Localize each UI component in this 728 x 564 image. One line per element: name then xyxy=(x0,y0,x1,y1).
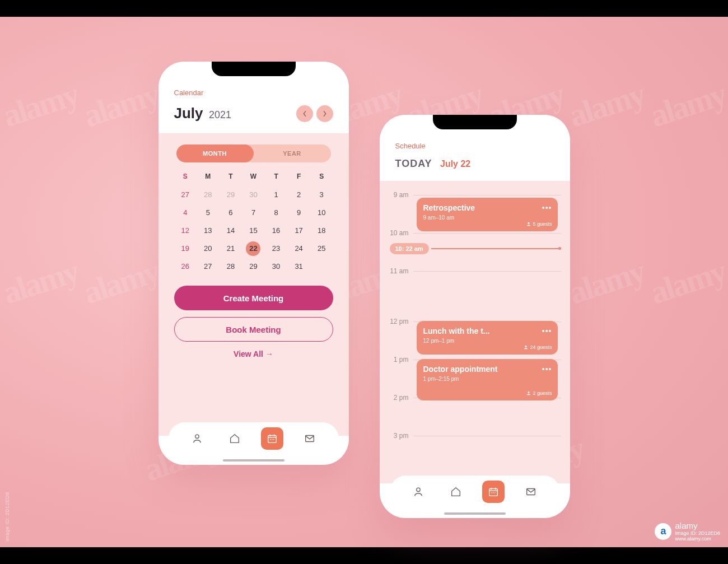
dow-cell: T xyxy=(220,173,242,186)
calendar-day[interactable]: 17 xyxy=(287,222,310,240)
hour-label: 3 pm xyxy=(385,432,413,440)
event-more-icon[interactable]: ••• xyxy=(542,365,552,374)
nav-calendar[interactable] xyxy=(482,481,505,503)
next-month-button[interactable] xyxy=(316,105,333,122)
home-indicator xyxy=(223,459,284,462)
timeline: 9 am10 am11 am12 pm1 pm2 pm3 pm10: 22 am… xyxy=(385,191,561,483)
calendar-day[interactable]: 29 xyxy=(242,258,265,276)
calendar-day[interactable]: 29 xyxy=(220,186,242,204)
view-toggle: MONTH YEAR xyxy=(176,145,331,162)
calendar-row: 45678910 xyxy=(174,204,333,222)
hour-label: 2 pm xyxy=(385,394,413,402)
calendar-day[interactable]: 19 xyxy=(174,240,197,258)
view-all-link[interactable]: View All xyxy=(171,349,337,358)
user-icon xyxy=(412,486,424,498)
guests-icon xyxy=(526,222,531,226)
calendar-day[interactable]: 13 xyxy=(197,222,220,240)
svg-point-7 xyxy=(273,439,274,440)
dow-cell: S xyxy=(310,173,333,186)
nav-calendar[interactable] xyxy=(261,427,283,450)
calendar-day[interactable]: 16 xyxy=(265,222,288,240)
calendar-day[interactable]: 18 xyxy=(310,222,333,240)
calendar-day[interactable]: 28 xyxy=(220,258,242,276)
svg-point-9 xyxy=(528,222,530,224)
book-meeting-button[interactable]: Book Meeting xyxy=(174,317,333,342)
svg-point-11 xyxy=(528,391,530,393)
calendar-day[interactable]: 4 xyxy=(174,204,197,222)
calendar-day[interactable]: 30 xyxy=(265,258,288,276)
alamy-icon: a xyxy=(655,523,671,540)
event-guests: 24 guests xyxy=(524,344,552,350)
hour-label: 1 pm xyxy=(385,356,413,363)
now-line xyxy=(431,248,561,249)
calendar-day[interactable]: 31 xyxy=(287,258,310,276)
phone-schedule: Schedule TODAY July 22 9 am10 am11 am12 … xyxy=(380,115,570,518)
calendar-day[interactable]: 25 xyxy=(310,240,333,258)
event-more-icon[interactable]: ••• xyxy=(542,203,552,212)
nav-home[interactable] xyxy=(223,427,246,450)
event-title: Doctor appointment xyxy=(423,365,551,374)
nav-home[interactable] xyxy=(445,481,467,503)
calendar-day[interactable]: 1 xyxy=(265,186,288,204)
event-card[interactable]: Lunch with the t... 12 pm–1 pm ••• 24 gu… xyxy=(417,321,558,355)
hour-label: 11 am xyxy=(385,267,413,275)
calendar-day[interactable]: 21 xyxy=(220,240,242,258)
calendar-icon xyxy=(266,432,278,445)
toggle-month[interactable]: MONTH xyxy=(176,145,254,162)
nav-profile[interactable] xyxy=(407,481,430,503)
svg-rect-1 xyxy=(268,436,277,443)
calendar-day[interactable]: 28 xyxy=(197,186,220,204)
calendar-icon xyxy=(487,486,500,498)
calendar-day[interactable]: 30 xyxy=(242,186,265,204)
event-guests: 5 guests xyxy=(526,221,552,227)
event-time: 9 am–10 am xyxy=(423,215,551,221)
bottom-nav xyxy=(169,422,339,455)
hour-line xyxy=(413,195,561,195)
calendar-row: 12131415161718 xyxy=(174,222,333,240)
svg-rect-8 xyxy=(306,436,314,442)
calendar-day[interactable]: 27 xyxy=(197,258,220,276)
event-card[interactable]: Doctor appointment 1 pm–2:15 pm ••• 2 gu… xyxy=(417,359,558,400)
calendar-day[interactable]: 5 xyxy=(197,204,220,222)
calendar-day[interactable]: 24 xyxy=(287,240,310,258)
calendar-body: MONTH YEAR SMTWTFS 272829301234567891012… xyxy=(158,133,349,436)
mail-icon xyxy=(525,486,537,498)
event-guests: 2 guests xyxy=(526,390,552,396)
calendar-day[interactable]: 22 xyxy=(242,240,265,258)
nav-mail[interactable] xyxy=(520,481,542,503)
calendar-day[interactable]: 7 xyxy=(242,204,265,222)
calendar-day[interactable]: 20 xyxy=(197,240,220,258)
svg-rect-13 xyxy=(489,489,498,496)
event-time: 12 pm–1 pm xyxy=(423,338,551,344)
calendar-row: 27282930123 xyxy=(174,186,333,204)
event-card[interactable]: Retrospective 9 am–10 am ••• 5 guests xyxy=(417,198,558,231)
calendar-day[interactable]: 14 xyxy=(220,222,242,240)
svg-point-10 xyxy=(525,346,527,347)
month-title: July 2021 xyxy=(174,105,232,122)
calendar-day[interactable]: 6 xyxy=(220,204,242,222)
nav-mail[interactable] xyxy=(298,427,321,450)
calendar-day[interactable]: 10 xyxy=(310,204,333,222)
home-icon xyxy=(228,432,241,445)
nav-profile[interactable] xyxy=(186,427,208,450)
calendar-day[interactable]: 15 xyxy=(242,222,265,240)
svg-point-12 xyxy=(417,488,420,491)
toggle-year[interactable]: YEAR xyxy=(254,145,331,162)
hour-line xyxy=(413,233,561,234)
calendar-day[interactable]: 9 xyxy=(287,204,310,222)
event-more-icon[interactable]: ••• xyxy=(542,327,552,335)
calendar-day[interactable]: 3 xyxy=(310,186,333,204)
calendar-day[interactable]: 23 xyxy=(265,240,288,258)
svg-point-19 xyxy=(494,492,496,493)
calendar-day[interactable]: 26 xyxy=(174,258,197,276)
svg-rect-20 xyxy=(527,489,535,495)
notch xyxy=(433,115,517,129)
prev-month-button[interactable] xyxy=(296,105,313,122)
calendar-day[interactable]: 27 xyxy=(174,186,197,204)
calendar-day[interactable]: 8 xyxy=(265,204,288,222)
calendar-day[interactable]: 2 xyxy=(287,186,310,204)
svg-point-5 xyxy=(270,439,271,440)
calendar-day[interactable]: 12 xyxy=(174,222,197,240)
create-meeting-button[interactable]: Create Meeting xyxy=(174,286,333,310)
calendar-row: 19202122232425 xyxy=(174,240,333,258)
